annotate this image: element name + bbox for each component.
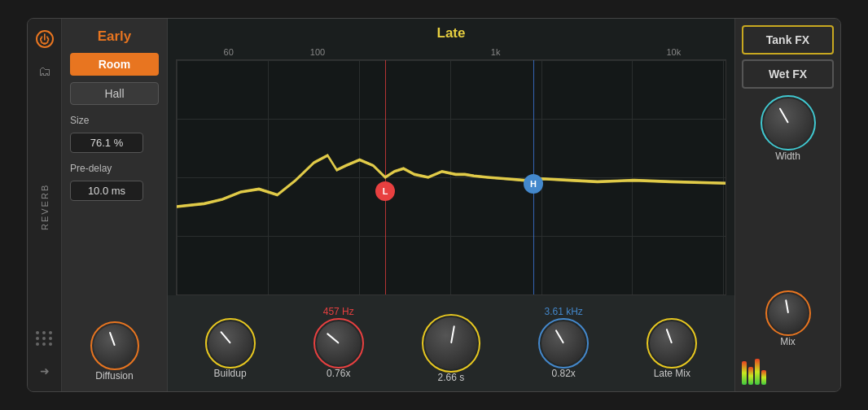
main-display: Late 60 100 1k 10k L [168, 19, 734, 391]
reverb-label: REVERB [40, 94, 50, 320]
decay-knob[interactable] [425, 317, 477, 369]
buildup-group: Buildup [208, 306, 252, 379]
tank-fx-button[interactable]: Tank FX [742, 25, 834, 55]
freq-1k-label: 1k [451, 47, 540, 57]
lowfreq-label: 0.76x [327, 368, 350, 379]
high-filter-label: H [530, 179, 537, 189]
highfreq-label: 0.82x [551, 368, 575, 379]
diffusion-knob[interactable] [94, 325, 136, 367]
right-panel: Tank FX Wet FX Width Mix [734, 19, 840, 391]
diffusion-label: Diffusion [95, 370, 133, 382]
vu-bar-3 [755, 359, 760, 385]
highfreq-group: 3.61 kHz 0.82x [541, 306, 585, 379]
latemix-label: Late Mix [654, 368, 690, 379]
arrow-icon[interactable]: ➜ [34, 360, 55, 382]
freq-60: 60 [184, 47, 273, 57]
eq-curve-svg [177, 60, 726, 294]
diffusion-section: Diffusion [70, 325, 159, 382]
late-title: Late [168, 19, 734, 45]
latemix-group: Late Mix [650, 306, 694, 379]
power-icon[interactable]: ⏻ [36, 30, 54, 48]
buildup-label: Buildup [214, 368, 247, 379]
predelay-value[interactable]: 10.0 ms [70, 181, 143, 201]
size-value[interactable]: 76.1 % [70, 133, 143, 153]
room-button[interactable]: Room [70, 53, 159, 76]
early-panel: Early Room Hall Size 76.1 % Pre-delay 10… [62, 19, 168, 391]
grid-dots-icon [36, 331, 53, 346]
width-knob[interactable] [764, 98, 813, 147]
highfreq-knob[interactable] [541, 321, 585, 365]
buildup-knob[interactable] [208, 321, 252, 365]
plugin-container: ⏻ 🗂 REVERB ➜ Early Room Hall Size 76.1 %… [27, 18, 841, 392]
folder-icon[interactable]: 🗂 [34, 61, 55, 82]
vu-bar-1 [742, 361, 747, 385]
left-sidebar: ⏻ 🗂 REVERB ➜ [28, 19, 62, 391]
low-filter-label: L [383, 186, 388, 196]
mix-group: Mix [742, 294, 834, 347]
mix-knob[interactable] [769, 294, 808, 333]
lowfreq-group: 457 Hz 0.76x [317, 306, 361, 379]
knobs-row: Buildup 457 Hz 0.76x 2.66 s 3.61 kH [168, 295, 734, 391]
predelay-label: Pre-delay [70, 163, 159, 174]
low-filter-handle[interactable]: L [375, 181, 395, 201]
power-button[interactable]: ⏻ [34, 28, 55, 50]
width-label: Width [775, 150, 800, 162]
mix-label: Mix [780, 336, 796, 347]
freq-10k: 10k [629, 47, 718, 57]
early-title: Early [70, 28, 159, 45]
high-freq-display: 3.61 kHz [544, 306, 582, 317]
eq-display: L H [176, 59, 726, 295]
lowfreq-knob[interactable] [317, 321, 361, 365]
low-freq-display: 457 Hz [323, 306, 354, 317]
vu-meters [742, 355, 834, 385]
decay-group: 2.66 s [425, 302, 477, 383]
hall-button[interactable]: Hall [70, 82, 159, 105]
width-group: Width [742, 98, 834, 162]
wet-fx-button[interactable]: Wet FX [742, 59, 834, 89]
vu-bar-4 [761, 370, 766, 385]
freq-ruler: 60 100 1k 10k [168, 45, 734, 59]
size-label: Size [70, 115, 159, 126]
freq-100: 100 [273, 47, 362, 57]
decay-label: 2.66 s [438, 372, 465, 383]
vu-bar-2 [748, 367, 753, 385]
latemix-knob[interactable] [650, 321, 694, 365]
